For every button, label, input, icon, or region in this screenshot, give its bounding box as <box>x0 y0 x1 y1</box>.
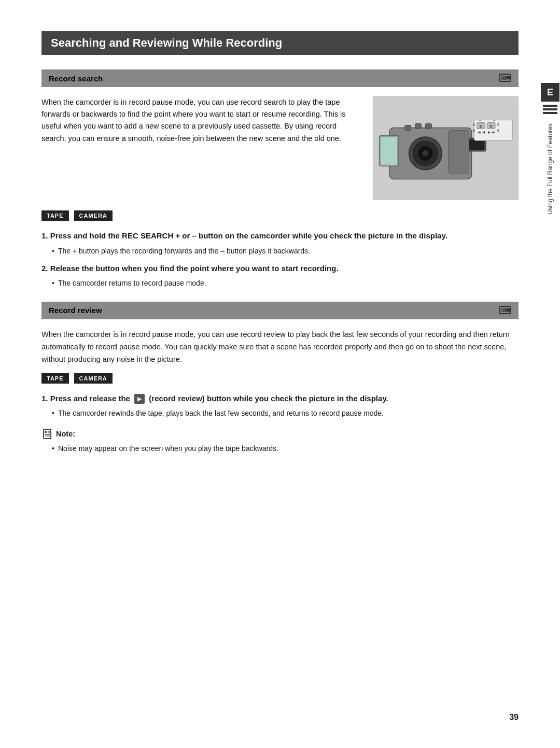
svg-rect-37 <box>45 431 47 433</box>
svg-text:E: E <box>497 123 500 126</box>
svg-text:E: E <box>489 124 492 129</box>
camera-badge-2: CAMERA <box>74 373 113 384</box>
record-review-section: Record review When the camcorder is in r… <box>41 302 519 455</box>
record-review-label: Record review <box>49 306 102 315</box>
record-review-step-1: 1. Press and release the ▶ (record revie… <box>41 393 519 419</box>
note-bullet: Noise may appear on the screen when you … <box>52 443 519 454</box>
svg-rect-14 <box>405 125 411 130</box>
rr-step1-bullet: The camcorder rewinds the tape, plays ba… <box>52 407 519 419</box>
side-tab: E Using the Full Range of Features <box>540 83 560 215</box>
svg-rect-1 <box>501 76 507 80</box>
camcorder-image: E E − + ◄◄ ►► E E E E <box>373 96 519 200</box>
tape-badge-1: TAPE <box>41 210 69 221</box>
record-search-body: When the camcorder is in record pause mo… <box>41 96 361 200</box>
record-review-steps: 1. Press and release the ▶ (record revie… <box>41 393 519 419</box>
svg-text:E: E <box>472 123 475 126</box>
side-line-2 <box>543 108 557 110</box>
record-search-icon <box>499 73 511 83</box>
tape-badge-2: TAPE <box>41 373 69 384</box>
note-icon <box>41 428 53 440</box>
svg-rect-11 <box>468 139 485 150</box>
svg-rect-16 <box>425 123 431 129</box>
step1-title: 1. Press and hold the REC SEARCH + or – … <box>41 230 519 242</box>
svg-text:E: E <box>472 129 475 132</box>
side-tab-text: Using the Full Range of Features <box>547 123 554 215</box>
step2-title: 2. Release the button when you find the … <box>41 263 519 275</box>
svg-rect-36 <box>44 429 51 439</box>
step2-bullet: The camcorder returns to record pause mo… <box>52 277 519 289</box>
svg-rect-33 <box>501 308 507 312</box>
svg-point-35 <box>508 309 509 311</box>
svg-text:►►: ►► <box>487 130 496 135</box>
rr-step1-title: 1. Press and release the ▶ (record revie… <box>41 393 519 405</box>
svg-rect-15 <box>415 123 422 129</box>
page-title: Searching and Reviewing While Recording <box>41 31 519 55</box>
svg-point-3 <box>508 77 509 78</box>
note-label: Note: <box>56 430 75 438</box>
svg-text:E: E <box>480 124 482 129</box>
record-search-label: Record search <box>49 74 103 83</box>
svg-rect-13 <box>381 137 397 164</box>
record-review-icon <box>499 305 511 316</box>
step1-bullet: The + button plays the recording forward… <box>52 245 519 257</box>
side-line-3 <box>543 112 557 114</box>
svg-text:E: E <box>497 129 500 132</box>
svg-point-9 <box>422 150 428 157</box>
svg-text:+: + <box>493 119 495 122</box>
record-search-section: Record search When the camcorder is in r… <box>41 69 519 289</box>
record-search-badges: TAPE CAMERA <box>41 210 519 221</box>
record-search-header: Record search <box>41 69 519 87</box>
svg-rect-17 <box>449 130 469 174</box>
note-section: Note: Noise may appear on the screen whe… <box>41 428 519 454</box>
review-button-icon: ▶ <box>134 394 145 404</box>
record-search-content-row: When the camcorder is in record pause mo… <box>41 96 519 200</box>
page-number: 39 <box>509 713 519 722</box>
side-tab-letter: E <box>541 83 559 102</box>
note-title: Note: <box>41 428 519 440</box>
record-review-body: When the camcorder is in record pause mo… <box>41 329 519 366</box>
camera-badge-1: CAMERA <box>74 210 113 221</box>
record-search-steps: 1. Press and hold the REC SEARCH + or – … <box>41 230 519 289</box>
page-container: E Using the Full Range of Features Searc… <box>0 0 560 748</box>
side-line-1 <box>543 105 557 107</box>
record-review-badges: TAPE CAMERA <box>41 373 519 384</box>
record-search-step-2: 2. Release the button when you find the … <box>41 263 519 289</box>
record-review-header: Record review <box>41 302 519 319</box>
side-lines <box>543 105 557 114</box>
svg-text:◄◄: ◄◄ <box>477 130 486 135</box>
svg-text:−: − <box>479 119 481 122</box>
record-search-step-1: 1. Press and hold the REC SEARCH + or – … <box>41 230 519 257</box>
